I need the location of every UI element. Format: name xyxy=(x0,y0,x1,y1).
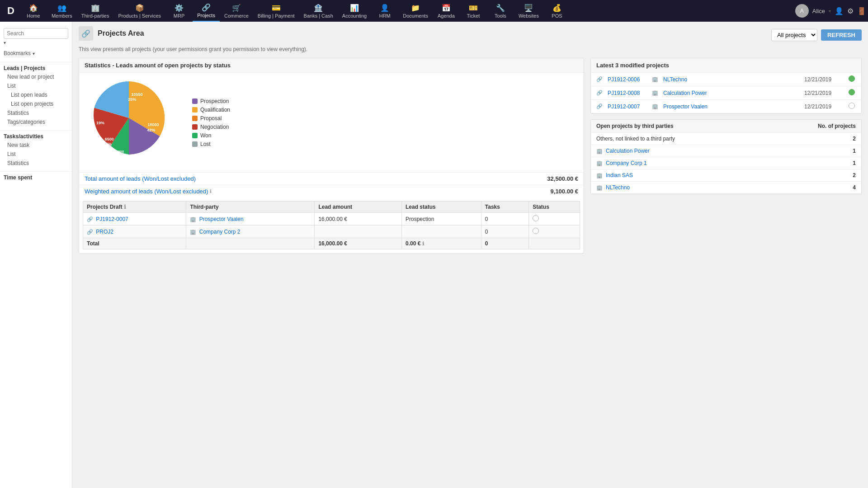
latest-proj-company-3[interactable]: Prospector Vaalen xyxy=(663,103,801,110)
cell-status-2 xyxy=(529,225,580,238)
third-party-link-1[interactable]: Prospector Vaalen xyxy=(199,216,244,222)
col-info-icon: ℹ xyxy=(124,204,126,210)
op-count-indian: 2 xyxy=(853,172,856,178)
col-lead-amount: Lead amount xyxy=(315,202,402,213)
cell-lead-amount-2 xyxy=(315,225,402,238)
avatar: A xyxy=(795,4,809,18)
billing-icon: 💳 xyxy=(272,4,281,12)
col-lead-status: Lead status xyxy=(402,202,481,213)
svg-text:15%: 15% xyxy=(104,142,112,146)
legend-proposal: Proposal xyxy=(192,115,230,122)
project-icon-1: 🔗 xyxy=(87,216,93,222)
nav-billing-payment[interactable]: 💳 Billing | Payment xyxy=(253,0,299,22)
nav-documents[interactable]: 📁 Documents xyxy=(398,0,433,22)
latest-proj-company-1[interactable]: NLTechno xyxy=(663,76,801,83)
op-link-calc[interactable]: Calculation Power xyxy=(606,148,650,154)
third-party-icon-2: 🏢 xyxy=(190,229,196,235)
weighted-info-icon: ℹ xyxy=(210,188,212,194)
status-indicator-2 xyxy=(533,228,539,234)
logout-icon[interactable]: 🚪 xyxy=(857,7,866,15)
sidebar-item-list-tasks[interactable]: List xyxy=(0,150,72,159)
sidebar-item-list-open-leads[interactable]: List open leads xyxy=(0,90,72,99)
settings-icon[interactable]: ⚙ xyxy=(847,7,854,15)
op-link-indian[interactable]: Indian SAS xyxy=(606,172,633,178)
nav-websites[interactable]: 🖥️ Websites xyxy=(514,0,543,22)
search-input[interactable] xyxy=(4,28,68,39)
total-leads-row: Total amount of leads (Won/Lost excluded… xyxy=(79,172,584,185)
op-count-nltechno: 4 xyxy=(853,184,856,191)
page-icon: 🔗 xyxy=(79,26,93,41)
latest-proj-id-3[interactable]: PJ1912-0007 xyxy=(608,103,648,110)
nav-products-services[interactable]: 📦 Products | Services xyxy=(113,0,165,22)
latest-company-icon-1: 🏢 xyxy=(652,76,658,82)
search-container: ▾ xyxy=(0,25,72,48)
latest-proj-status-3 xyxy=(849,103,856,110)
user-name-label[interactable]: Alice xyxy=(812,8,825,14)
svg-text:19%: 19% xyxy=(96,121,104,125)
project-link-2[interactable]: PROJ2 xyxy=(96,229,113,235)
sidebar-item-tags-categories[interactable]: Tags/categories xyxy=(0,117,72,127)
latest-proj-date-3: 12/21/2019 xyxy=(804,103,845,110)
latest-proj-id-1[interactable]: PJ1912-0006 xyxy=(608,76,648,83)
status-dot-1 xyxy=(849,75,855,82)
bookmarks-toggle[interactable]: Bookmarks ▾ xyxy=(0,48,72,60)
projects-table: Projects Draft ℹ Third-party Lead amount… xyxy=(83,201,580,249)
latest-proj-id-2[interactable]: PJ1912-0008 xyxy=(608,90,648,96)
sidebar-item-new-lead-project[interactable]: New lead or project xyxy=(0,72,72,81)
ticket-icon: 🎫 xyxy=(469,4,478,12)
sidebar-item-statistics-leads[interactable]: Statistics xyxy=(0,108,72,117)
op-count-others: 2 xyxy=(853,136,856,142)
cell-total-label: Total xyxy=(83,238,186,249)
latest-proj-icon-1: 🔗 xyxy=(596,76,603,82)
op-name-calc: 🏢 Calculation Power xyxy=(596,148,650,154)
app-logo[interactable]: D xyxy=(2,5,20,17)
sidebar-item-list[interactable]: List xyxy=(0,81,72,90)
nav-ticket[interactable]: 🎫 Ticket xyxy=(460,0,487,22)
nav-members[interactable]: 👥 Members xyxy=(47,0,77,22)
third-party-link-2[interactable]: Company Corp 2 xyxy=(199,229,241,235)
svg-text:25%: 25% xyxy=(128,97,136,102)
svg-text:5000: 5000 xyxy=(116,150,124,154)
legend-dot-proposal xyxy=(192,116,198,121)
top-navigation: D 🏠 Home 👥 Members 🏢 Third-parties 📦 Pro… xyxy=(0,0,868,22)
websites-icon: 🖥️ xyxy=(524,4,533,12)
svg-text:42%: 42% xyxy=(147,128,155,132)
project-link-1[interactable]: PJ1912-0007 xyxy=(96,216,128,222)
total-leads-link[interactable]: Total amount of leads (Won/Lost excluded… xyxy=(85,175,196,182)
refresh-button[interactable]: REFRESH xyxy=(821,29,862,41)
nav-mrp[interactable]: ⚙️ MRP xyxy=(165,0,193,22)
sidebar-item-list-open-projects[interactable]: List open projects xyxy=(0,99,72,108)
nav-projects[interactable]: 🔗 Projects xyxy=(193,0,220,22)
page-title: Projects Area xyxy=(98,29,144,38)
nav-tools[interactable]: 🔧 Tools xyxy=(487,0,514,22)
nav-agenda[interactable]: 📅 Agenda xyxy=(433,0,460,22)
cell-project-id-2: 🔗 PROJ2 xyxy=(83,225,186,238)
user-dropdown-arrow[interactable]: ▾ xyxy=(829,9,831,14)
legend-won: Won xyxy=(192,132,230,139)
notifications-icon[interactable]: 👤 xyxy=(835,7,844,15)
op-link-corp1[interactable]: Company Corp 1 xyxy=(606,160,647,166)
nav-hrm[interactable]: 👤 HRM xyxy=(371,0,398,22)
commerce-icon: 🛒 xyxy=(232,4,241,12)
cell-total-tasks: 0 xyxy=(481,238,528,249)
nav-accounting[interactable]: 📊 Accounting xyxy=(338,0,371,22)
search-dropdown-arrow[interactable]: ▾ xyxy=(4,40,6,45)
op-link-nltechno[interactable]: NLTechno xyxy=(606,184,630,191)
sidebar-item-statistics-tasks[interactable]: Statistics xyxy=(0,159,72,168)
nav-banks-cash[interactable]: 🏦 Banks | Cash xyxy=(299,0,338,22)
weighted-leads-link[interactable]: Weighted amount of leads (Won/Lost exclu… xyxy=(85,188,208,195)
chart-legend: Prospection Qualification Proposal xyxy=(192,98,230,147)
page-header: 🔗 Projects Area xyxy=(79,26,144,41)
nav-pos[interactable]: 💰 POS xyxy=(543,0,571,22)
latest-proj-company-2[interactable]: Calculation Power xyxy=(663,90,801,96)
status-dot-3 xyxy=(849,103,855,109)
page-description: This view presents all projects (your us… xyxy=(79,46,862,52)
op-icon-indian: 🏢 xyxy=(596,173,603,178)
nav-commerce[interactable]: 🛒 Commerce xyxy=(220,0,253,22)
nav-third-parties[interactable]: 🏢 Third-parties xyxy=(77,0,114,22)
col-third-party: Third-party xyxy=(186,202,315,213)
nav-home[interactable]: 🏠 Home xyxy=(20,0,47,22)
sidebar-item-new-task[interactable]: New task xyxy=(0,141,72,150)
projects-filter-select[interactable]: All projects xyxy=(771,29,817,41)
op-icon-corp1: 🏢 xyxy=(596,160,603,166)
